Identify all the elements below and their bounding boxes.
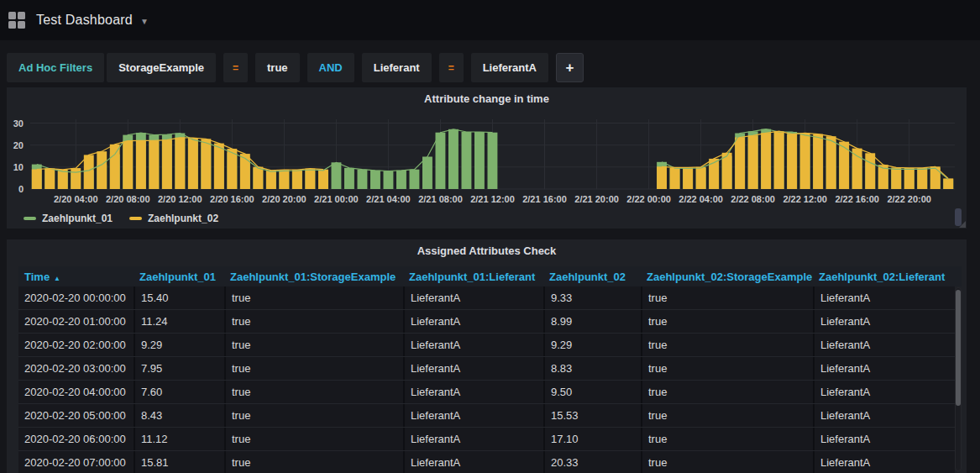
table-header-row: Time▲Zaehlpunkt_01Zaehlpunkt_01:StorageE… xyxy=(18,266,962,286)
attribute-change-chart[interactable]: 01020302/20 04:002/20 08:002/20 12:002/2… xyxy=(7,109,967,229)
svg-text:2/22 16:00: 2/22 16:00 xyxy=(835,194,879,204)
table-cell: LieferantA xyxy=(813,404,955,427)
top-navbar: Test Dashboard ▼ xyxy=(0,0,980,40)
table-row: 2020-02-20 04:00:007.60trueLieferantA9.5… xyxy=(18,381,955,404)
svg-text:2/20 04:00: 2/20 04:00 xyxy=(54,194,98,204)
svg-text:2/22 04:00: 2/22 04:00 xyxy=(679,194,723,204)
graph-panel-title[interactable]: Attribute change in time xyxy=(7,87,967,109)
table-cell: true xyxy=(641,381,813,403)
svg-text:20: 20 xyxy=(13,140,24,150)
table-cell: 15.40 xyxy=(134,286,224,309)
column-header-zaehlpunkt-02-lieferant[interactable]: Zaehlpunkt_02:Lieferant xyxy=(813,271,955,283)
dashboard-title[interactable]: Test Dashboard xyxy=(36,13,133,28)
table-cell: LieferantA xyxy=(403,286,543,309)
table-cell: LieferantA xyxy=(403,310,543,333)
table-cell: 8.99 xyxy=(543,310,641,333)
table-cell: 11.12 xyxy=(134,428,224,450)
table-cell: LieferantA xyxy=(813,381,955,403)
adhoc-filter-cond[interactable]: AND xyxy=(307,53,354,82)
table-cell: LieferantA xyxy=(813,310,955,333)
legend-item-Zaehlpunkt_02[interactable]: Zaehlpunkt_02 xyxy=(129,213,218,224)
legend-color-dash xyxy=(24,217,36,220)
svg-text:2/20 08:00: 2/20 08:00 xyxy=(106,194,150,204)
table-cell: true xyxy=(224,404,403,427)
adhoc-filter-key[interactable]: StorageExample xyxy=(107,53,216,82)
table-cell: 15.53 xyxy=(543,404,641,427)
chevron-down-icon[interactable]: ▼ xyxy=(140,17,149,26)
table-cell: 9.33 xyxy=(543,286,641,309)
table-cell: 8.43 xyxy=(134,404,224,427)
table-row: 2020-02-20 02:00:009.29trueLieferantA9.2… xyxy=(18,334,955,357)
table-cell: true xyxy=(641,451,813,473)
table-cell: LieferantA xyxy=(403,357,543,380)
table-cell: true xyxy=(224,451,403,473)
graph-plot-area: 01020302/20 04:002/20 08:002/20 12:002/2… xyxy=(7,109,967,229)
table-cell: 2020-02-20 06:00:00 xyxy=(18,428,134,450)
adhoc-filters-label: Ad Hoc Filters xyxy=(7,53,104,82)
table-cell: 2020-02-20 01:00:00 xyxy=(18,310,134,333)
legend-item-Zaehlpunkt_01[interactable]: Zaehlpunkt_01 xyxy=(24,213,113,224)
table-cell: 11.24 xyxy=(134,310,224,333)
table-cell: true xyxy=(224,381,403,403)
adhoc-filter-key[interactable]: Lieferant xyxy=(362,53,432,82)
adhoc-filter-value[interactable]: true xyxy=(255,53,300,82)
legend-label: Zaehlpunkt_01 xyxy=(42,213,113,224)
sort-asc-icon: ▲ xyxy=(54,275,60,282)
column-header-zaehlpunkt-02[interactable]: Zaehlpunkt_02 xyxy=(543,271,641,283)
table-panel-title[interactable]: Assigned Attributes Check xyxy=(7,239,967,261)
table-cell: LieferantA xyxy=(813,357,955,380)
column-header-zaehlpunkt-01-storageexample[interactable]: Zaehlpunkt_01:StorageExample xyxy=(224,271,403,283)
legend-label: Zaehlpunkt_02 xyxy=(148,213,218,224)
column-header-time[interactable]: Time▲ xyxy=(18,271,134,283)
table-cell: true xyxy=(224,310,403,333)
adhoc-filter-op[interactable]: = xyxy=(439,53,464,82)
panel-resize-handle[interactable] xyxy=(959,221,966,228)
table-cell: true xyxy=(224,334,403,356)
svg-text:2/20 20:00: 2/20 20:00 xyxy=(262,194,307,204)
chart-legend: Zaehlpunkt_01Zaehlpunkt_02 xyxy=(24,213,218,224)
table-cell: LieferantA xyxy=(813,286,955,309)
column-header-zaehlpunkt-01-lieferant[interactable]: Zaehlpunkt_01:Lieferant xyxy=(403,271,543,283)
legend-color-dash xyxy=(129,217,142,220)
svg-text:2/22 08:00: 2/22 08:00 xyxy=(731,194,775,204)
table-scrollbar-track[interactable] xyxy=(955,287,962,471)
table-cell: true xyxy=(224,286,403,309)
dashboard-grid-icon[interactable] xyxy=(8,12,25,29)
table-cell: LieferantA xyxy=(403,451,543,473)
table-cell: 2020-02-20 05:00:00 xyxy=(18,404,134,427)
column-header-zaehlpunkt-01[interactable]: Zaehlpunkt_01 xyxy=(134,271,224,283)
add-filter-button[interactable]: + xyxy=(556,53,584,82)
svg-text:2/20 16:00: 2/20 16:00 xyxy=(210,194,254,204)
attributes-table: Time▲Zaehlpunkt_01Zaehlpunkt_01:StorageE… xyxy=(18,266,962,473)
grid-square xyxy=(8,21,16,29)
svg-text:2/22 20:00: 2/22 20:00 xyxy=(887,194,931,204)
table-cell: LieferantA xyxy=(403,381,543,403)
table-row: 2020-02-20 01:00:0011.24trueLieferantA8.… xyxy=(18,310,955,334)
column-header-zaehlpunkt-02-storageexample[interactable]: Zaehlpunkt_02:StorageExample xyxy=(641,271,813,283)
table-cell: LieferantA xyxy=(813,451,955,473)
table-cell: 2020-02-20 02:00:00 xyxy=(18,334,134,356)
table-cell: 9.29 xyxy=(543,334,641,356)
table-panel: Assigned Attributes Check Time▲Zaehlpunk… xyxy=(7,239,967,473)
table-cell: true xyxy=(641,428,813,450)
table-cell: 2020-02-20 03:00:00 xyxy=(18,357,134,380)
table-cell: LieferantA xyxy=(403,334,543,356)
grid-square xyxy=(18,21,25,29)
table-cell: 9.29 xyxy=(134,334,224,356)
table-cell: true xyxy=(641,310,813,333)
table-cell: LieferantA xyxy=(403,428,543,450)
table-row: 2020-02-20 03:00:007.95trueLieferantA8.8… xyxy=(18,357,955,381)
table-cell: 7.95 xyxy=(134,357,224,380)
table-row: 2020-02-20 06:00:0011.12trueLieferantA17… xyxy=(18,428,955,451)
table-scrollbar-thumb[interactable] xyxy=(956,290,961,406)
svg-text:2/21 04:00: 2/21 04:00 xyxy=(366,194,411,204)
table-cell: 2020-02-20 04:00:00 xyxy=(18,381,134,403)
adhoc-filter-value[interactable]: LieferantA xyxy=(471,53,548,82)
adhoc-filter-op[interactable]: = xyxy=(223,53,248,82)
table-cell: true xyxy=(224,357,403,380)
grid-square xyxy=(18,12,25,19)
svg-text:10: 10 xyxy=(13,162,24,172)
table-cell: true xyxy=(641,357,813,380)
table-cell: true xyxy=(224,428,403,450)
svg-text:0: 0 xyxy=(18,184,24,194)
